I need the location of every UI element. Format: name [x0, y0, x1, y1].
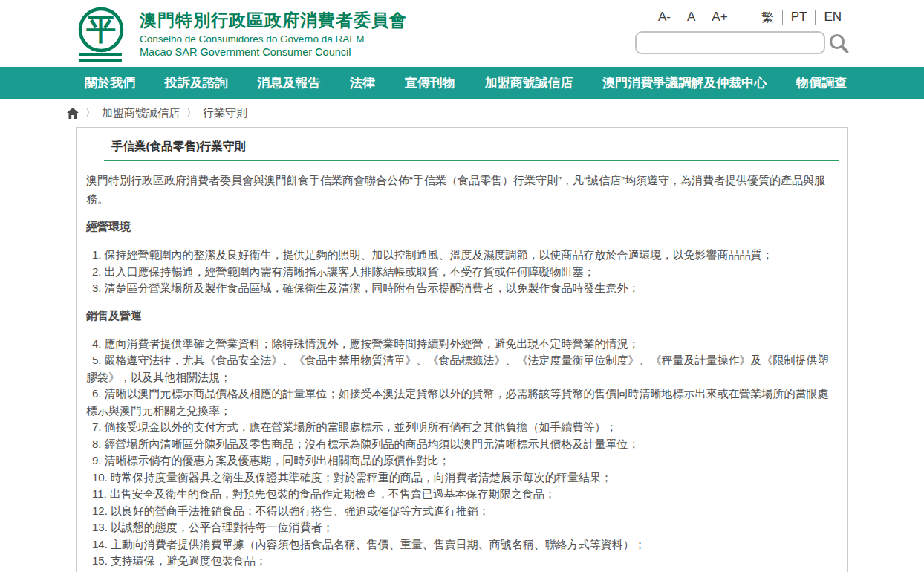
search-button[interactable] — [827, 32, 850, 54]
rule-text: 清晰以澳門元標示商品價格及相應的計量單位；如接受本澳法定貨幣以外的貨幣，必需將該… — [86, 387, 829, 417]
rule-text: 支持環保，避免過度包裝食品； — [111, 554, 267, 567]
site-title-en: Macao SAR Government Consumer Council — [140, 46, 407, 58]
rule-item: 16.若提供運輸服務，須列明倘有的運輸附加費或郵費，並提供適合長時間保存的包裝，… — [86, 570, 839, 572]
rule-item: 1.保持經營範圍內的整潔及良好衛生，提供足夠的照明、加以控制通風、溫度及濕度調節… — [86, 247, 839, 264]
header: 平 澳門特別行政區政府消費者委員會 Conselho de Consumidor… — [0, 0, 924, 67]
rule-text: 嚴格遵守法律，尤其《食品安全法》、《食品中禁用物質清單》、《食品標籤法》、《法定… — [86, 354, 829, 383]
rule-item: 5.嚴格遵守法律，尤其《食品安全法》、《食品中禁用物質清單》、《食品標籤法》、《… — [86, 352, 839, 386]
rule-text: 出入口應保持暢通，經營範圍內需有清晰指示讓客人排隊結帳或取貨，不受存貨或任何障礙… — [105, 265, 595, 278]
rule-item: 14.主動向消費者提供消費單據（內容須包括食品名稱、售價、重量、售賣日期、商號名… — [86, 536, 839, 553]
rule-item: 13.以誠懇的態度，公平合理對待每一位消費者； — [86, 519, 839, 536]
rule-number: 12. — [92, 504, 108, 517]
rule-item: 12.以良好的營商手法推銷食品；不得以強行搭售、強迫或催促等方式進行推銷； — [86, 503, 839, 520]
page-title: 手信業(食品零售)行業守則 — [111, 140, 246, 152]
site-title-zh: 澳門特別行政區政府消費者委員會 — [140, 10, 407, 31]
rule-number: 1. — [92, 248, 102, 261]
nav-item-price-survey[interactable]: 物價調查 — [796, 74, 847, 91]
rule-number: 10. — [92, 471, 108, 484]
rule-item: 9.清晰標示倘有的優惠方案及優惠期，同時列出相關商品的原價作對比； — [86, 452, 839, 469]
rule-number: 13. — [92, 521, 108, 533]
lang-portuguese[interactable]: PT — [782, 10, 816, 25]
rule-item: 6.清晰以澳門元標示商品價格及相應的計量單位；如接受本澳法定貨幣以外的貨幣，必需… — [86, 386, 839, 419]
rule-text: 應向消費者提供準確之營業資料；除特殊情況外，應按營業時間持續對外經營，避免出現不… — [105, 337, 640, 350]
rule-text: 經營場所內清晰區分陳列品及零售商品；沒有標示為陳列品的商品均須以澳門元清晰標示其… — [105, 438, 640, 450]
rule-item: 3.清楚區分營業場所及製作食品區域，確保衛生及清潔，同時附有告示提醒消費者，以免… — [86, 280, 839, 297]
breadcrumb-separator: 〉 — [85, 106, 95, 120]
rule-list-operating-environment: 1.保持經營範圍內的整潔及良好衛生，提供足夠的照明、加以控制通風、溫度及濕度調節… — [86, 247, 839, 297]
rule-text: 保持經營範圍內的整潔及良好衛生，提供足夠的照明、加以控制通風、溫度及濕度調節，以… — [105, 248, 773, 261]
nav-item-complaints-enquiries[interactable]: 投訴及諮詢 — [165, 74, 228, 91]
svg-text:平: 平 — [86, 13, 116, 45]
breadcrumb: 〉 加盟商號誠信店 〉 行業守則 — [67, 106, 850, 120]
nav-item-news-reports[interactable]: 消息及報告 — [257, 74, 320, 91]
rule-number: 2. — [92, 265, 102, 278]
nav-item-publications[interactable]: 宣傳刊物 — [405, 74, 455, 91]
rule-item: 2.出入口應保持暢通，經營範圍內需有清晰指示讓客人排隊結帳或取貨，不受存貨或任何… — [86, 264, 839, 281]
consumer-council-logo[interactable]: 平 — [74, 6, 129, 62]
rule-list-sales-operations: 4.應向消費者提供準確之營業資料；除特殊情況外，應按營業時間持續對外經營，避免出… — [86, 336, 839, 572]
main-nav: 關於我們 投訴及諮詢 消息及報告 法律 宣傳刊物 加盟商號誠信店 澳門消費爭議調… — [0, 67, 924, 99]
nav-item-about-us[interactable]: 關於我們 — [85, 74, 135, 91]
section-heading-operating-environment: 經營環境 — [86, 220, 839, 234]
rule-number: 7. — [92, 420, 102, 433]
breadcrumb-separator: 〉 — [186, 106, 196, 120]
nav-item-arbitration-centre[interactable]: 澳門消費爭議調解及仲裁中心 — [602, 74, 767, 91]
rule-item: 15.支持環保，避免過度包裝食品； — [86, 553, 839, 570]
breadcrumb-certified-shops[interactable]: 加盟商號誠信店 — [102, 106, 180, 120]
font-size-controls: A- A A+ — [658, 10, 728, 25]
rule-text: 倘接受現金以外的支付方式，應在營業場所的當眼處標示，並列明所有倘有之其他負擔（如… — [105, 420, 617, 433]
rule-text: 以誠懇的態度，公平合理對待每一位消費者； — [111, 521, 334, 533]
search-input[interactable] — [635, 31, 825, 54]
rule-number: 14. — [92, 538, 108, 550]
rule-text: 清晰標示倘有的優惠方案及優惠期，同時列出相關商品的原價作對比； — [105, 454, 450, 467]
rule-text: 出售安全及衛生的食品，對預先包裝的食品作定期檢查，不售賣已過基本保存期限之食品； — [110, 487, 556, 500]
rule-number: 6. — [92, 387, 102, 400]
rule-number: 8. — [92, 438, 102, 450]
font-smaller-button[interactable]: A- — [658, 10, 671, 25]
section-heading-sales-operations: 銷售及營運 — [86, 309, 839, 323]
rule-number: 15. — [92, 554, 108, 567]
rule-number: 9. — [92, 454, 102, 467]
language-switcher: 繁 PT EN — [753, 9, 850, 26]
balance-scale-logo-icon: 平 — [74, 6, 129, 62]
rule-item: 7.倘接受現金以外的支付方式，應在營業場所的當眼處標示，並列明所有倘有之其他負擔… — [86, 419, 839, 436]
lang-english[interactable]: EN — [815, 10, 850, 25]
rule-item: 8.經營場所內清晰區分陳列品及零售商品；沒有標示為陳列品的商品均須以澳門元清晰標… — [86, 436, 839, 453]
rule-text: 以良好的營商手法推銷食品；不得以強行搭售、強迫或催促等方式進行推銷； — [111, 504, 489, 517]
home-icon[interactable] — [67, 108, 79, 119]
rule-number: 3. — [92, 282, 102, 294]
rule-number: 5. — [92, 354, 102, 366]
rule-item: 4.應向消費者提供準確之營業資料；除特殊情況外，應按營業時間持續對外經營，避免出… — [86, 336, 839, 353]
rule-text: 主動向消費者提供消費單據（內容須包括食品名稱、售價、重量、售賣日期、商號名稱、聯… — [111, 538, 645, 550]
nav-item-certified-shops[interactable]: 加盟商號誠信店 — [485, 74, 573, 91]
lang-traditional-chinese[interactable]: 繁 — [753, 9, 782, 26]
search-icon — [827, 45, 850, 56]
site-title-pt: Conselho de Consumidores do Governo da R… — [140, 33, 407, 45]
rule-number: 11. — [92, 487, 107, 500]
nav-item-law[interactable]: 法律 — [350, 74, 375, 91]
intro-paragraph: 澳門特別行政區政府消費者委員會與澳門餅食手信業商會聯合公佈“手信業（食品零售）行… — [86, 171, 839, 208]
site-title-block: 澳門特別行政區政府消費者委員會 Conselho de Consumidores… — [140, 6, 407, 58]
font-normal-button[interactable]: A — [687, 10, 695, 25]
rule-text: 清楚區分營業場所及製作食品區域，確保衛生及清潔，同時附有告示提醒消費者，以免製作… — [105, 282, 640, 294]
rule-text: 時常保持度量衡器具之衛生及保證其準確度；對於需秤重的商品，向消費者清楚展示每次的… — [111, 471, 612, 484]
rule-number: 4. — [92, 337, 102, 350]
breadcrumb-current-page: 行業守則 — [203, 106, 247, 120]
font-larger-button[interactable]: A+ — [712, 10, 727, 25]
rule-item: 10.時常保持度量衡器具之衛生及保證其準確度；對於需秤重的商品，向消費者清楚展示… — [86, 469, 839, 487]
rule-item: 11.出售安全及衛生的食品，對預先包裝的食品作定期檢查，不售賣已過基本保存期限之… — [86, 486, 839, 503]
content-panel: 手信業(食品零售)行業守則 澳門特別行政區政府消費者委員會與澳門餅食手信業商會聯… — [76, 127, 848, 572]
document-title-underline: 手信業(食品零售)行業守則 — [104, 139, 839, 161]
